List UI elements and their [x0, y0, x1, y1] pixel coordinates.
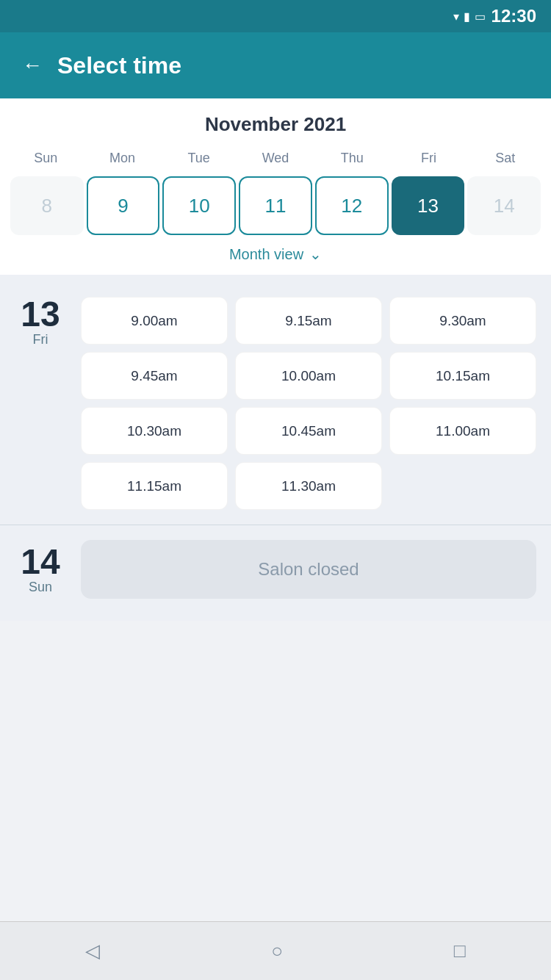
wifi-icon: ▾ — [453, 10, 459, 24]
day-13-block: 13 Fri 9.00am 9.15am 9.30am 9.45am 10.00… — [0, 289, 551, 517]
bottom-nav: ◁ ○ □ — [0, 921, 551, 980]
time-slot-1045am[interactable]: 10.45am — [235, 407, 382, 455]
weekday-sat: Sat — [467, 148, 544, 169]
home-nav-button[interactable]: ○ — [271, 940, 283, 962]
time-slot-900am[interactable]: 9.00am — [81, 297, 228, 345]
status-icons: ▾ ▮ ▭ — [453, 10, 486, 24]
time-slot-915am[interactable]: 9.15am — [235, 297, 382, 345]
time-section: 13 Fri 9.00am 9.15am 9.30am 9.45am 10.00… — [0, 275, 551, 621]
weekdays-row: Sun Mon Tue Wed Thu Fri Sat — [7, 148, 544, 169]
month-year-label: November 2021 — [7, 113, 544, 136]
day-14-block: 14 Sun Salon closed — [0, 533, 551, 606]
day-13-time-grid: 9.00am 9.15am 9.30am 9.45am 10.00am 10.1… — [81, 297, 536, 510]
time-slot-930am[interactable]: 9.30am — [389, 297, 536, 345]
time-slot-1015am[interactable]: 10.15am — [389, 352, 536, 400]
day-14-number: 14 — [15, 544, 66, 580]
day-divider — [0, 525, 551, 525]
day-14-label: 14 Sun — [15, 544, 66, 595]
weekday-tue: Tue — [161, 148, 237, 169]
status-time: 12:30 — [491, 6, 536, 26]
weekday-thu: Thu — [314, 148, 390, 169]
status-bar: ▾ ▮ ▭ 12:30 — [0, 0, 551, 32]
recent-nav-button[interactable]: □ — [454, 940, 466, 962]
day-13-number: 13 — [15, 297, 66, 332]
signal-icon: ▮ — [464, 10, 470, 24]
day-14-name: Sun — [15, 580, 66, 595]
date-14[interactable]: 14 — [467, 176, 541, 235]
battery-icon: ▭ — [475, 10, 486, 24]
time-slot-945am[interactable]: 9.45am — [81, 352, 228, 400]
date-13[interactable]: 13 — [392, 176, 465, 235]
app-header: ← Select time — [0, 32, 551, 98]
dates-row: 8 9 10 11 12 13 14 — [7, 176, 544, 235]
date-10[interactable]: 10 — [162, 176, 236, 235]
month-view-toggle[interactable]: Month view ⌄ — [7, 235, 544, 275]
time-slot-1100am[interactable]: 11.00am — [389, 407, 536, 455]
month-view-label: Month view — [229, 246, 303, 263]
chevron-down-icon: ⌄ — [309, 245, 322, 263]
date-9[interactable]: 9 — [87, 176, 160, 235]
weekday-sun: Sun — [7, 148, 84, 169]
back-nav-button[interactable]: ◁ — [85, 940, 100, 962]
date-12[interactable]: 12 — [315, 176, 389, 235]
day-13-name: Fri — [15, 332, 66, 347]
back-button[interactable]: ← — [22, 54, 43, 77]
weekday-fri: Fri — [390, 148, 467, 169]
time-slot-1115am[interactable]: 11.15am — [81, 462, 228, 510]
date-11[interactable]: 11 — [239, 176, 312, 235]
salon-closed-message: Salon closed — [81, 540, 536, 599]
date-8[interactable]: 8 — [10, 176, 84, 235]
day-13-label: 13 Fri — [15, 297, 66, 347]
page-title: Select time — [57, 52, 181, 79]
calendar-section: November 2021 Sun Mon Tue Wed Thu Fri Sa… — [0, 98, 551, 275]
time-slot-1130am[interactable]: 11.30am — [235, 462, 382, 510]
weekday-mon: Mon — [84, 148, 160, 169]
weekday-wed: Wed — [237, 148, 314, 169]
time-slot-1000am[interactable]: 10.00am — [235, 352, 382, 400]
time-slot-1030am[interactable]: 10.30am — [81, 407, 228, 455]
